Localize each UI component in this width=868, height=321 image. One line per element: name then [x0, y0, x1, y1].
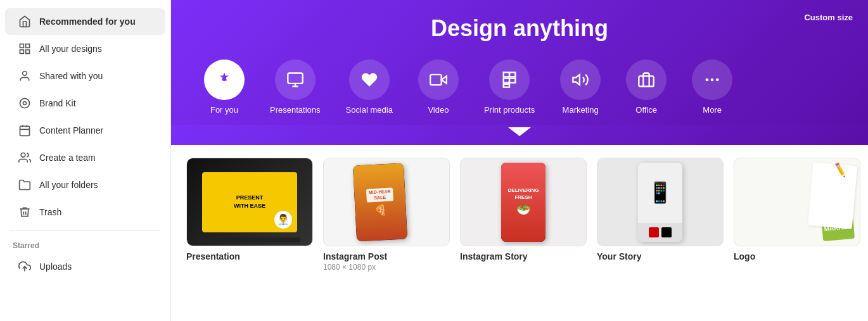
main-content: Custom size Design anything For you Pres…	[171, 0, 868, 321]
template-thumb-logo: GREENMARKER ✏️	[734, 158, 860, 246]
sidebar-item-shared[interactable]: Shared with you	[5, 63, 165, 89]
sidebar-item-label: All your folders	[39, 180, 98, 190]
social-media-icon	[349, 60, 390, 100]
office-icon	[626, 60, 667, 100]
template-card-logo[interactable]: GREENMARKER ✏️ Logo	[734, 158, 860, 261]
sidebar-item-label: Recommended for you	[39, 16, 136, 27]
category-marketing[interactable]: Marketing	[547, 54, 613, 125]
more-icon	[692, 60, 732, 100]
svg-rect-3	[26, 50, 30, 54]
svg-rect-24	[639, 76, 653, 86]
chevron-down-icon	[508, 127, 531, 136]
hero-chevron-area	[171, 125, 868, 145]
sidebar-item-create-team[interactable]: Create a team	[5, 144, 165, 171]
content-planner-icon	[18, 123, 32, 137]
category-video[interactable]: Video	[405, 54, 471, 125]
folders-icon	[18, 178, 32, 192]
create-team-icon	[18, 151, 32, 165]
template-thumb-presentation: PRESENTWITH EASE 👨‍💼	[186, 158, 313, 246]
category-for-you[interactable]: For you	[191, 54, 257, 125]
category-presentations[interactable]: Presentations	[257, 54, 333, 125]
template-card-your-story[interactable]: 📱 Your Story	[597, 158, 724, 261]
svg-point-27	[716, 79, 719, 82]
sidebar-item-all-designs[interactable]: All your designs	[5, 35, 165, 62]
category-print-products[interactable]: Print products	[471, 54, 547, 125]
svg-rect-18	[504, 72, 509, 77]
all-designs-icon	[18, 42, 32, 56]
sidebar-divider	[10, 230, 160, 231]
svg-rect-20	[504, 79, 509, 83]
sidebar-item-label: Content Planner	[39, 125, 103, 135]
template-card-presentation[interactable]: PRESENTWITH EASE 👨‍💼 Presentation	[186, 158, 313, 261]
template-thumb-instagram-story: DELIVERINGFRESH 🥗	[460, 158, 587, 246]
svg-point-5	[20, 99, 30, 108]
video-icon	[418, 60, 459, 100]
presentations-icon	[275, 60, 316, 100]
category-label-print-products: Print products	[484, 105, 535, 115]
sidebar-item-folders[interactable]: All your folders	[5, 172, 165, 198]
categories-row: For you Presentations Social media Video…	[191, 54, 848, 125]
svg-rect-1	[26, 44, 30, 48]
svg-point-6	[23, 102, 27, 105]
category-label-social-media: Social media	[346, 105, 393, 115]
svg-rect-19	[509, 72, 515, 77]
sidebar-item-label: Uploads	[39, 261, 72, 272]
template-card-instagram-post[interactable]: MID-YEARSALE 🍕 Instagram Post 1080 × 108…	[323, 158, 450, 272]
template-sub-instagram-post: 1080 × 1080 px	[323, 263, 450, 272]
template-name-your-story: Your Story	[597, 251, 724, 261]
svg-point-26	[711, 79, 714, 82]
brand-icon	[18, 96, 32, 110]
sidebar-item-content-planner[interactable]: Content Planner	[5, 117, 165, 144]
template-name-instagram-post: Instagram Post	[323, 251, 450, 261]
sidebar-item-label: Create a team	[39, 153, 96, 163]
category-social-media[interactable]: Social media	[333, 54, 405, 125]
sidebar-item-trash[interactable]: Trash	[5, 199, 165, 225]
category-label-marketing: Marketing	[563, 105, 599, 115]
category-label-presentations: Presentations	[270, 105, 321, 115]
category-more[interactable]: More	[679, 54, 745, 125]
sidebar-item-recommended[interactable]: Recommended for you	[5, 8, 165, 35]
sidebar-item-brand[interactable]: Brand Kit	[5, 90, 165, 116]
sidebar-item-label: Brand Kit	[39, 98, 76, 108]
category-office[interactable]: Office	[613, 54, 679, 125]
svg-point-13	[223, 79, 226, 82]
shared-icon	[18, 69, 32, 83]
category-label-video: Video	[428, 105, 449, 115]
category-label-office: Office	[635, 105, 657, 115]
svg-point-4	[23, 72, 27, 76]
svg-point-25	[706, 79, 709, 82]
template-name-instagram-story: Instagram Story	[460, 251, 587, 261]
svg-rect-7	[20, 126, 30, 135]
sidebar-item-uploads[interactable]: Uploads	[5, 253, 165, 280]
starred-label: Starred	[0, 236, 170, 253]
hero-title: Design anything	[191, 15, 848, 42]
template-thumb-instagram-post: MID-YEARSALE 🍕	[323, 158, 450, 246]
svg-rect-14	[288, 73, 302, 84]
templates-grid: PRESENTWITH EASE 👨‍💼 Presentation MID-YE…	[186, 158, 853, 272]
print-products-icon	[489, 60, 530, 100]
for-you-icon	[204, 60, 245, 100]
sidebar: Recommended for you All your designs Sha…	[0, 0, 171, 321]
template-card-instagram-story[interactable]: DELIVERINGFRESH 🥗 Instagram Story	[460, 158, 587, 261]
svg-rect-17	[430, 75, 442, 85]
svg-rect-0	[20, 44, 24, 48]
templates-section: PRESENTWITH EASE 👨‍💼 Presentation MID-YE…	[171, 145, 868, 321]
marketing-icon	[560, 60, 601, 100]
hero-banner: Custom size Design anything For you Pres…	[171, 0, 868, 125]
svg-rect-22	[504, 84, 509, 87]
recommended-icon	[18, 15, 32, 28]
trash-icon	[18, 205, 32, 219]
custom-size-button[interactable]: Custom size	[804, 13, 853, 22]
svg-rect-2	[20, 50, 24, 54]
sidebar-item-label: All your designs	[39, 44, 102, 54]
category-label-more: More	[703, 105, 722, 115]
template-name-logo: Logo	[734, 251, 860, 261]
template-name-presentation: Presentation	[186, 251, 313, 261]
svg-rect-21	[509, 79, 515, 83]
svg-point-11	[21, 153, 25, 158]
svg-marker-23	[573, 75, 580, 85]
template-thumb-your-story: 📱	[597, 158, 724, 246]
sidebar-item-label: Trash	[39, 207, 61, 217]
sidebar-item-label: Shared with you	[39, 71, 103, 81]
category-label-for-you: For you	[210, 105, 238, 115]
